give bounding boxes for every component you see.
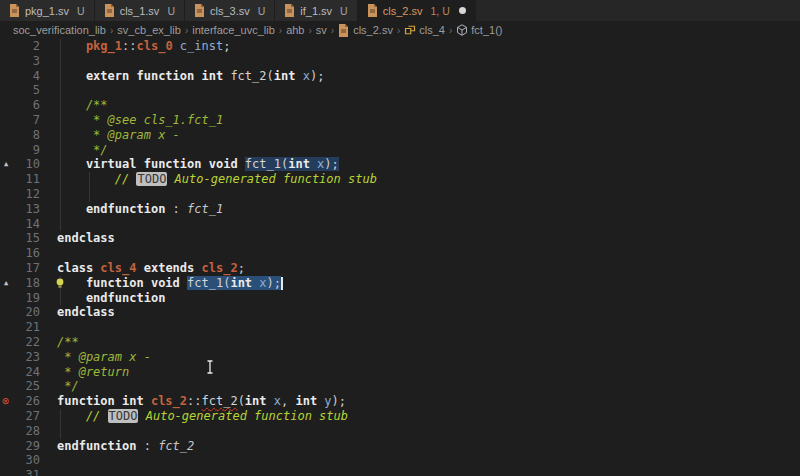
code-line-27[interactable]: 27 // TODO Auto-generated function stub [0,409,800,424]
code-text[interactable]: */ [57,143,108,158]
code-line-3[interactable]: 3 [0,54,800,69]
code-text[interactable]: * @return [57,365,129,380]
code-line-24[interactable]: 24 * @return [0,365,800,380]
code-token: class [57,261,100,275]
code-token: int [230,276,252,290]
code-line-21[interactable]: 21 [0,320,800,335]
breadcrumb-item-soc_verification_lib[interactable]: soc_verification_lib [13,24,106,36]
tab-if_1.sv[interactable]: if_1.svU [275,0,357,21]
code-line-20[interactable]: 20endclass [0,305,800,320]
code-line-25[interactable]: 25 */ [0,379,800,394]
breadcrumb-item-cls_2sv[interactable]: cls_2.sv [338,24,393,36]
method-icon [456,24,468,36]
line-number: 24 [0,365,40,380]
breadcrumb-item-sv[interactable]: sv [316,24,327,36]
code-line-4[interactable]: 4 extern function int fct_2(int x); [0,69,800,84]
breadcrumb-item-interface_uvc_lib[interactable]: interface_uvc_lib [192,24,275,36]
code-line-5[interactable]: 5 [0,83,800,98]
breadcrumb-label: sv_cb_ex_lib [117,24,181,36]
breadcrumb-item-sv_cb_ex_lib[interactable]: sv_cb_ex_lib [117,24,181,36]
code-token: fct_2 [202,394,238,408]
code-token: Auto-generated function stub [167,172,377,186]
breadcrumb-item-fct_1[interactable]: fct_1() [456,24,502,36]
line-number: 4 [0,69,40,84]
tab-cls_2.sv[interactable]: cls_2.sv1, U [358,0,476,21]
breadcrumb-separator: › [110,25,113,36]
breadcrumb-label: sv [316,24,327,36]
code-line-11[interactable]: 11 // TODO Auto-generated function stub [0,172,800,187]
code-line-31[interactable]: 31 [0,468,800,476]
code-line-30[interactable]: 30 [0,453,800,468]
unsaved-dot-icon[interactable] [459,7,466,14]
line-number: 27 [0,409,40,424]
code-text[interactable]: */ [57,379,79,394]
code-line-13[interactable]: 13 endfunction : fct_1 [0,202,800,217]
breadcrumb-item-ahb[interactable]: ahb [286,24,304,36]
code-token: , [281,394,295,408]
tab-pkg_1.sv[interactable]: pkg_1.svU [0,0,95,21]
code-line-28[interactable]: 28 [0,424,800,439]
code-token: // [57,172,136,186]
breadcrumb-separator: › [308,25,311,36]
code-line-17[interactable]: 17class cls_4 extends cls_2; [0,261,800,276]
code-line-7[interactable]: 7 * @see cls_1.fct_1 [0,113,800,128]
breadcrumb-label: cls_2.sv [353,24,393,36]
code-line-26[interactable]: ⊗26function int cls_2::fct_2(int x, int … [0,394,800,409]
breadcrumb-item-cls_4[interactable]: cls_4 [404,24,445,36]
code-text[interactable]: // TODO Auto-generated function stub [57,409,348,424]
line-number: 22 [0,335,40,350]
code-text[interactable]: endfunction : fct_2 [57,439,194,454]
code-text[interactable]: // TODO Auto-generated function stub [57,172,377,187]
line-number: 20 [0,305,40,320]
code-line-15[interactable]: 15endclass [0,231,800,246]
tab-label: if_1.sv [300,5,332,17]
code-text[interactable]: /** [57,98,108,113]
code-token: fct_2 [158,439,194,453]
line-number: 12 [0,187,40,202]
tab-cls_3.sv[interactable]: cls_3.svU [185,0,275,21]
code-text[interactable]: extern function int fct_2(int x); [57,69,324,84]
code-text[interactable]: class cls_4 extends cls_2; [57,261,245,276]
tab-git-status: U [340,5,348,17]
file-icon [9,4,20,17]
code-token: x [267,394,281,408]
code-text[interactable]: endfunction : fct_1 [57,202,223,217]
code-line-9[interactable]: 9 */ [0,143,800,158]
code-text[interactable]: endclass [57,231,115,246]
code-token: /** [57,335,79,349]
selection-highlight: fct_1(int x); [187,276,281,290]
code-text[interactable]: function void fct_1(int x); [57,276,283,291]
code-line-12[interactable]: 12 [0,187,800,202]
code-token: :: [122,39,136,53]
line-number: 26 [0,394,40,409]
breadcrumb-label: soc_verification_lib [13,24,106,36]
tab-git-status: U [258,5,266,17]
code-text[interactable]: /** [57,335,79,350]
code-line-16[interactable]: 16 [0,246,800,261]
code-editor[interactable]: 2 pkg_1::cls_0 c_inst;34 extern function… [0,39,800,476]
code-line-14[interactable]: 14 [0,217,800,232]
code-text[interactable]: endfunction [57,291,165,306]
code-text[interactable]: function int cls_2::fct_2(int x, int y); [57,394,346,409]
code-text[interactable]: * @param x - [57,128,180,143]
code-line-19[interactable]: 19 endfunction [0,291,800,306]
code-line-8[interactable]: 8 * @param x - [0,128,800,143]
code-text[interactable]: * @param x - [57,350,151,365]
code-text[interactable]: virtual function void fct_1(int x); [57,157,339,172]
code-line-18[interactable]: ▲18 function void fct_1(int x); [0,276,800,291]
code-line-23[interactable]: 23 * @param x - [0,350,800,365]
code-line-10[interactable]: ▲10 virtual function void fct_1(int x); [0,157,800,172]
code-line-22[interactable]: 22/** [0,335,800,350]
code-line-6[interactable]: 6 /** [0,98,800,113]
code-text[interactable]: endclass [57,305,115,320]
code-line-29[interactable]: 29endfunction : fct_2 [0,439,800,454]
code-text[interactable]: * @see cls_1.fct_1 [57,113,223,128]
code-token: endfunction [57,291,165,305]
indent-guide [60,187,61,202]
tab-label: cls_1.sv [120,5,160,17]
tab-git-status: U [167,5,175,17]
code-line-2[interactable]: 2 pkg_1::cls_0 c_inst; [0,39,800,54]
code-token: */ [57,143,108,157]
tab-cls_1.sv[interactable]: cls_1.svU [95,0,185,21]
code-text[interactable]: pkg_1::cls_0 c_inst; [57,39,230,54]
